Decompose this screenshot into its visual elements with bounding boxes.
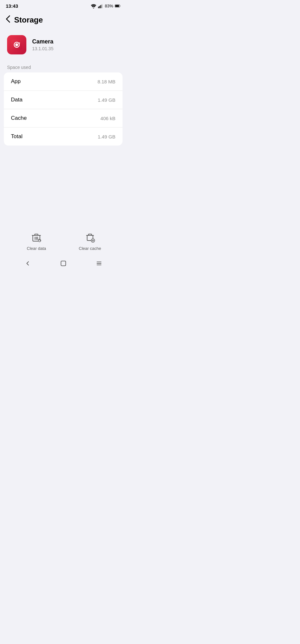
nav-back-button[interactable] (21, 259, 34, 268)
storage-label-data: Data (11, 97, 23, 103)
svg-rect-1 (98, 6, 99, 8)
nav-home-button[interactable] (57, 259, 70, 268)
storage-label-app: App (11, 78, 21, 85)
back-button[interactable] (6, 15, 10, 25)
nav-bar (0, 255, 126, 274)
status-icons: 83% (91, 4, 121, 8)
svg-rect-22 (61, 261, 66, 266)
nav-recents-button[interactable] (93, 259, 105, 268)
app-info: Camera 13.1.01.35 (0, 29, 126, 62)
clear-data-label: Clear data (27, 246, 46, 251)
app-name: Camera (32, 38, 53, 45)
storage-label-cache: Cache (11, 115, 27, 121)
svg-rect-4 (102, 4, 102, 8)
page-title: Storage (14, 15, 43, 24)
storage-value-total: 1.49 GB (98, 134, 115, 139)
app-icon (7, 35, 26, 54)
svg-point-0 (93, 7, 94, 8)
clear-cache-icon (84, 231, 96, 244)
storage-row-total: Total 1.49 GB (4, 127, 123, 146)
storage-card: App 8.18 MB Data 1.49 GB Cache 406 kB To… (4, 72, 123, 146)
storage-row-data: Data 1.49 GB (4, 90, 123, 109)
battery-icon (115, 4, 121, 8)
content-spacer (0, 146, 126, 225)
storage-row-cache: Cache 406 kB (4, 109, 123, 127)
storage-label-total: Total (11, 133, 23, 140)
page-header: Storage (0, 11, 126, 29)
clear-data-icon (30, 231, 43, 244)
clear-cache-button[interactable]: Clear cache (63, 231, 117, 251)
svg-rect-10 (19, 43, 20, 43)
svg-point-9 (15, 43, 18, 46)
storage-value-app: 8.18 MB (97, 79, 115, 84)
svg-rect-2 (99, 6, 100, 8)
wifi-icon (91, 4, 96, 8)
svg-rect-6 (115, 5, 119, 7)
clear-cache-label: Clear cache (79, 246, 101, 251)
svg-rect-3 (100, 5, 101, 8)
space-used-label: Space used (0, 62, 126, 72)
storage-value-cache: 406 kB (100, 116, 115, 121)
app-version: 13.1.01.35 (32, 46, 53, 51)
app-details: Camera 13.1.01.35 (32, 38, 53, 51)
clear-data-button[interactable]: Clear data (10, 231, 63, 251)
bottom-actions: Clear data Clear cache (0, 225, 126, 255)
storage-value-data: 1.49 GB (98, 97, 115, 103)
status-time: 13:43 (6, 3, 18, 9)
storage-row-app: App 8.18 MB (4, 72, 123, 90)
battery-percent: 83% (105, 4, 113, 8)
signal-icon (98, 4, 103, 8)
status-bar: 13:43 83% (0, 0, 126, 11)
